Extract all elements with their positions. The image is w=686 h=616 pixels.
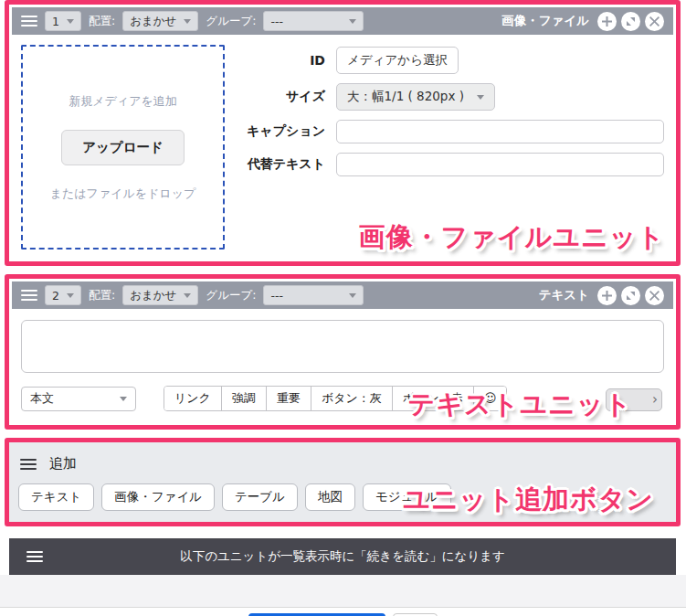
caret-down-icon	[120, 397, 127, 401]
image-unit-body: 新規メディアを追加 アップロード またはファイルをドロップ ID メディアから選…	[12, 35, 673, 259]
group-label: グループ:	[206, 288, 256, 303]
layout-select[interactable]: おまかせ	[122, 11, 198, 31]
group-select[interactable]: ---	[263, 285, 364, 305]
spacer-band	[0, 575, 686, 607]
caption-input[interactable]	[336, 120, 664, 143]
add-media-text: 新規メディアを追加	[69, 93, 177, 110]
text-unit-section: 2 配置: おまかせ グループ: --- テキスト	[5, 274, 681, 430]
button-red-button[interactable]: ボタン：赤	[392, 387, 473, 410]
button-gray-button[interactable]: ボタン：灰	[311, 387, 392, 410]
text-style-value: 本文	[30, 390, 54, 407]
media-dropzone[interactable]: 新規メディアを追加 アップロード またはファイルをドロップ	[21, 45, 225, 250]
layout-label: 配置:	[89, 14, 115, 29]
group-value: ---	[270, 15, 283, 28]
add-image-file-button[interactable]: 画像・ファイル	[101, 483, 215, 511]
unit-order-select[interactable]: 2	[45, 285, 81, 305]
move-unit-icon[interactable]	[621, 286, 640, 305]
caret-down-icon	[349, 293, 356, 298]
move-unit-icon[interactable]	[621, 12, 640, 31]
media-form: ID メディアから選択 サイズ 大：幅1/1 ( 820px ) キャプション …	[237, 45, 664, 250]
emphasis-button[interactable]: 強調	[221, 387, 266, 410]
group-select[interactable]: ---	[263, 11, 364, 31]
drag-handle-icon[interactable]	[26, 551, 43, 562]
footer-action-bar: 作成 戻る	[0, 607, 686, 616]
add-map-button[interactable]: 地図	[305, 483, 355, 511]
add-text-button[interactable]: テキスト	[18, 483, 94, 511]
caret-down-icon	[67, 293, 74, 298]
delete-unit-icon[interactable]	[645, 286, 664, 305]
text-toolbar: 本文 リンク 強調 重要 ボタン：灰 ボタン：赤 ☺ ›	[21, 386, 664, 411]
caret-down-icon	[184, 293, 191, 298]
link-button[interactable]: リンク	[164, 387, 221, 410]
add-unit-section: 追加 テキスト 画像・ファイル テーブル 地図 モジュール ユニット追加ボタン	[5, 438, 681, 526]
caption-label: キャプション	[237, 123, 336, 140]
caret-down-icon	[184, 19, 191, 24]
alt-text-label: 代替テキスト	[237, 156, 336, 173]
image-unit-header: 1 配置: おまかせ グループ: --- 画像・ファイル	[12, 7, 673, 35]
unit-order-value: 2	[52, 289, 59, 303]
layout-value: おまかせ	[130, 288, 176, 303]
size-select[interactable]: 大：幅1/1 ( 820px )	[336, 83, 495, 111]
readmore-text: 以下のユニットが一覧表示時に「続きを読む」になります	[9, 548, 676, 565]
emoji-button[interactable]: ☺	[473, 387, 507, 410]
add-module-button[interactable]: モジュール	[363, 483, 451, 511]
unit-type-label: テキスト	[539, 287, 589, 303]
readmore-divider-bar: 以下のユニットが一覧表示時に「続きを読む」になります	[9, 538, 676, 575]
unit-order-value: 1	[52, 15, 59, 28]
add-title: 追加	[49, 455, 77, 473]
size-label: サイズ	[237, 89, 336, 105]
caret-down-icon	[67, 19, 74, 24]
text-unit-body: 本文 リンク 強調 重要 ボタン：灰 ボタン：赤 ☺ ›	[12, 309, 673, 422]
add-table-button[interactable]: テーブル	[222, 483, 298, 511]
unit-type-label: 画像・ファイル	[501, 13, 589, 29]
text-style-select[interactable]: 本文	[21, 387, 136, 411]
layout-select[interactable]: おまかせ	[122, 285, 198, 305]
alt-text-input[interactable]	[336, 153, 664, 176]
text-unit-header: 2 配置: おまかせ グループ: --- テキスト	[12, 281, 673, 309]
id-label: ID	[237, 53, 336, 68]
drag-handle-icon[interactable]	[21, 16, 37, 27]
size-value: 大：幅1/1 ( 820px )	[347, 89, 464, 105]
expand-button[interactable]: ›	[606, 388, 662, 411]
caret-down-icon	[477, 95, 484, 100]
drag-handle-icon[interactable]	[20, 459, 37, 470]
text-unit-textarea[interactable]	[21, 320, 664, 373]
drag-handle-icon[interactable]	[21, 290, 37, 301]
create-button[interactable]: 作成	[248, 613, 385, 616]
drop-file-text: またはファイルをドロップ	[50, 186, 196, 202]
add-unit-icon[interactable]	[597, 286, 617, 305]
text-format-button-group: リンク 強調 重要 ボタン：灰 ボタン：赤 ☺	[164, 386, 507, 411]
group-value: ---	[270, 289, 283, 303]
add-unit-buttons: テキスト 画像・ファイル テーブル 地図 モジュール	[18, 483, 667, 511]
unit-order-select[interactable]: 1	[45, 11, 81, 31]
delete-unit-icon[interactable]	[645, 12, 664, 31]
image-file-unit-section: 1 配置: おまかせ グループ: --- 画像・ファイル 新規	[5, 0, 681, 266]
back-button[interactable]: 戻る	[393, 613, 437, 616]
add-unit-icon[interactable]	[597, 12, 617, 31]
select-media-button[interactable]: メディアから選択	[336, 47, 459, 74]
layout-value: おまかせ	[130, 14, 176, 29]
chevron-right-icon: ›	[652, 393, 658, 407]
important-button[interactable]: 重要	[266, 387, 311, 410]
group-label: グループ:	[206, 14, 256, 29]
caret-down-icon	[349, 19, 356, 24]
add-unit-panel: 追加 テキスト 画像・ファイル テーブル 地図 モジュール	[9, 442, 676, 522]
layout-label: 配置:	[89, 288, 115, 303]
upload-button[interactable]: アップロード	[61, 130, 185, 165]
